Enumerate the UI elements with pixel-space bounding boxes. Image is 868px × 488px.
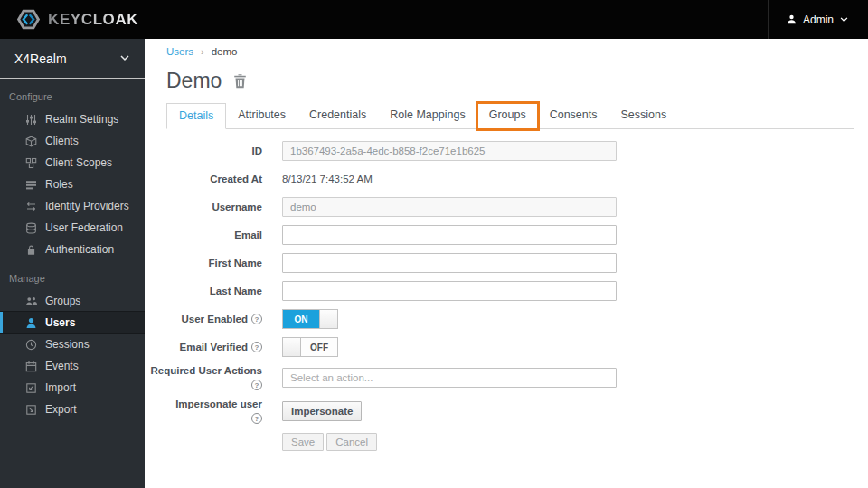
impersonate-user-label: Impersonate user (175, 399, 262, 409)
sidebar-item-identity-providers[interactable]: Identity Providers (0, 195, 145, 217)
keycloak-logo[interactable]: KEYCLOAK (0, 7, 138, 32)
sidebar-item-label: Identity Providers (45, 200, 129, 212)
sidebar-item-realm-settings[interactable]: Realm Settings (0, 108, 145, 130)
chevron-down-icon (840, 17, 848, 23)
sidebar-item-label: Clients (45, 135, 79, 147)
cancel-button[interactable]: Cancel (326, 433, 377, 451)
sidebar-item-label: Groups (45, 295, 80, 307)
email-verified-label: Email Verified (180, 342, 248, 352)
person-icon (787, 14, 797, 24)
help-icon[interactable] (251, 380, 262, 390)
sidebar-item-label: Realm Settings (45, 113, 118, 126)
export-icon (25, 404, 37, 416)
sidebar-item-groups[interactable]: Groups (0, 290, 145, 312)
trash-icon[interactable] (233, 73, 247, 89)
chevron-down-icon (120, 55, 129, 61)
last-name-field[interactable] (282, 281, 617, 301)
breadcrumb: Users demo (166, 46, 854, 57)
impersonate-button[interactable]: Impersonate (282, 401, 362, 421)
sidebar-item-user-federation[interactable]: User Federation (0, 217, 145, 239)
required-actions-select[interactable] (282, 368, 617, 388)
tab-attributes[interactable]: Attributes (226, 103, 297, 129)
user-details-form: ID Created At 8/13/21 7:43:52 AM Usernam… (166, 141, 854, 452)
sidebar-item-export[interactable]: Export (0, 399, 145, 420)
main-content: Users demo Demo Details Attributes Crede… (145, 39, 868, 488)
sidebar-item-clients[interactable]: Clients (0, 130, 145, 152)
toggle-on-label: ON (283, 310, 319, 328)
tab-groups[interactable]: Groups (477, 103, 538, 129)
user-icon (25, 317, 37, 329)
keycloak-logo-icon (16, 7, 41, 32)
page-title: Demo (166, 69, 222, 93)
sidebar-item-label: Roles (45, 178, 73, 191)
created-at-value: 8/13/21 7:43:52 AM (282, 174, 373, 184)
sidebar-item-import[interactable]: Import (0, 377, 145, 399)
user-enabled-label: User Enabled (182, 314, 249, 324)
breadcrumb-separator-icon (193, 46, 212, 57)
sidebar-item-authentication[interactable]: Authentication (0, 239, 145, 260)
help-icon[interactable] (251, 413, 262, 424)
sidebar-item-label: Import (45, 381, 76, 394)
user-tabs: Details Attributes Credentials Role Mapp… (166, 103, 854, 129)
email-field[interactable] (282, 225, 617, 245)
tab-consents[interactable]: Consents (538, 103, 609, 129)
calendar-icon (25, 361, 37, 372)
email-label: Email (234, 230, 262, 240)
first-name-label: First Name (209, 258, 262, 268)
sidebar-item-label: Users (45, 316, 75, 329)
breadcrumb-current: demo (212, 46, 238, 57)
sidebar-item-label: Client Scopes (45, 156, 112, 169)
cube-icon (25, 136, 37, 147)
username-label: Username (212, 202, 262, 212)
help-icon[interactable] (251, 342, 262, 352)
sidebar-item-label: Authentication (45, 243, 114, 256)
admin-menu[interactable]: Admin (768, 0, 868, 39)
toggle-handle (319, 310, 337, 328)
id-label: ID (252, 145, 263, 156)
tab-details[interactable]: Details (166, 103, 226, 129)
admin-username: Admin (803, 14, 834, 26)
tab-role-mappings[interactable]: Role Mappings (378, 103, 476, 129)
database-icon (25, 222, 37, 234)
sidebar-item-client-scopes[interactable]: Client Scopes (0, 152, 145, 174)
realm-selector[interactable]: X4Realm (0, 39, 145, 79)
first-name-field[interactable] (282, 253, 617, 273)
top-header-bar: KEYCLOAK Admin (0, 0, 868, 39)
lock-icon (25, 244, 37, 256)
sidebar-item-users[interactable]: Users (0, 312, 145, 333)
realm-name: X4Realm (14, 52, 67, 66)
list-bars-icon (25, 179, 37, 191)
tab-credentials[interactable]: Credentials (297, 103, 378, 129)
sidebar-item-label: Sessions (45, 338, 90, 351)
sidebar-item-events[interactable]: Events (0, 355, 145, 377)
import-icon (25, 382, 37, 394)
last-name-label: Last Name (210, 286, 262, 296)
id-field[interactable] (282, 141, 617, 161)
sidebar-item-label: Export (45, 403, 77, 416)
toggle-off-label: OFF (301, 338, 337, 356)
username-field[interactable] (282, 197, 617, 217)
sliders-icon (25, 114, 37, 126)
created-at-label: Created At (210, 174, 262, 184)
clock-icon (25, 339, 37, 351)
sidebar-item-label: User Federation (45, 221, 123, 234)
sidebar-section-manage: Manage (0, 260, 145, 290)
sidebar-item-sessions[interactable]: Sessions (0, 333, 145, 355)
help-icon[interactable] (251, 314, 262, 324)
toggle-handle (283, 338, 301, 356)
sidebar-section-configure: Configure (0, 79, 145, 108)
breadcrumb-users-link[interactable]: Users (166, 46, 193, 57)
user-enabled-toggle[interactable]: ON (282, 309, 338, 329)
sidebar-item-label: Events (45, 360, 79, 372)
brand-title: KEYCLOAK (48, 11, 138, 29)
exchange-arrows-icon (25, 201, 37, 212)
users-group-icon (25, 296, 37, 307)
sidebar-nav: X4Realm Configure Realm Settings Clients (0, 39, 145, 488)
tab-sessions[interactable]: Sessions (609, 103, 678, 129)
required-user-actions-label: Required User Actions (150, 365, 262, 376)
sidebar-item-roles[interactable]: Roles (0, 174, 145, 195)
cubes-icon (25, 157, 37, 169)
save-button[interactable]: Save (282, 433, 324, 451)
email-verified-toggle[interactable]: OFF (282, 337, 338, 357)
